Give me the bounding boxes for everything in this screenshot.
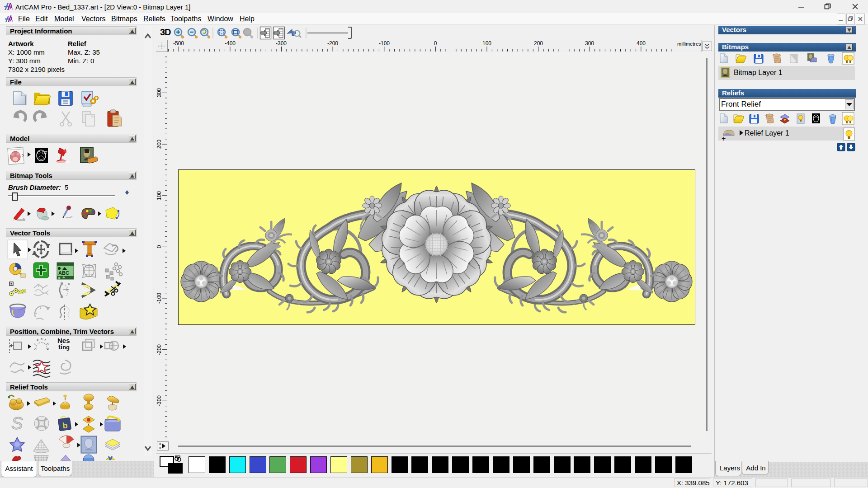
svg-text:millimetres: millimetres — [677, 41, 701, 47]
svg-text:200: 200 — [534, 40, 543, 47]
svg-text:c: c — [33, 347, 38, 351]
svg-text:n: n — [46, 347, 50, 350]
svg-text:-100: -100 — [156, 293, 162, 304]
svg-text:ting: ting — [58, 343, 70, 351]
svg-text:-400: -400 — [225, 40, 236, 47]
svg-text:100: 100 — [156, 191, 162, 200]
svg-text:o: o — [45, 342, 50, 347]
svg-text:-100: -100 — [379, 40, 390, 47]
svg-text:ABC: ABC — [58, 270, 69, 276]
svg-text:100: 100 — [482, 40, 491, 47]
svg-text:T: T — [45, 150, 47, 155]
svg-text:-300: -300 — [276, 40, 287, 47]
svg-text:400: 400 — [637, 40, 646, 47]
svg-text:-200: -200 — [156, 344, 162, 355]
svg-text:e: e — [36, 338, 40, 342]
svg-text:300: 300 — [585, 40, 594, 47]
svg-text:t: t — [33, 343, 37, 347]
svg-text:-300: -300 — [156, 395, 162, 406]
svg-text:+: + — [722, 135, 726, 142]
svg-text:0: 0 — [156, 245, 162, 248]
svg-text:x: x — [41, 337, 42, 341]
svg-text:t: t — [44, 338, 47, 342]
svg-text:200: 200 — [156, 140, 162, 149]
svg-text:S: S — [11, 414, 23, 433]
svg-text:0: 0 — [434, 40, 437, 47]
svg-text:-500: -500 — [173, 40, 184, 47]
svg-text:-200: -200 — [327, 40, 338, 47]
svg-text:300: 300 — [156, 88, 162, 97]
